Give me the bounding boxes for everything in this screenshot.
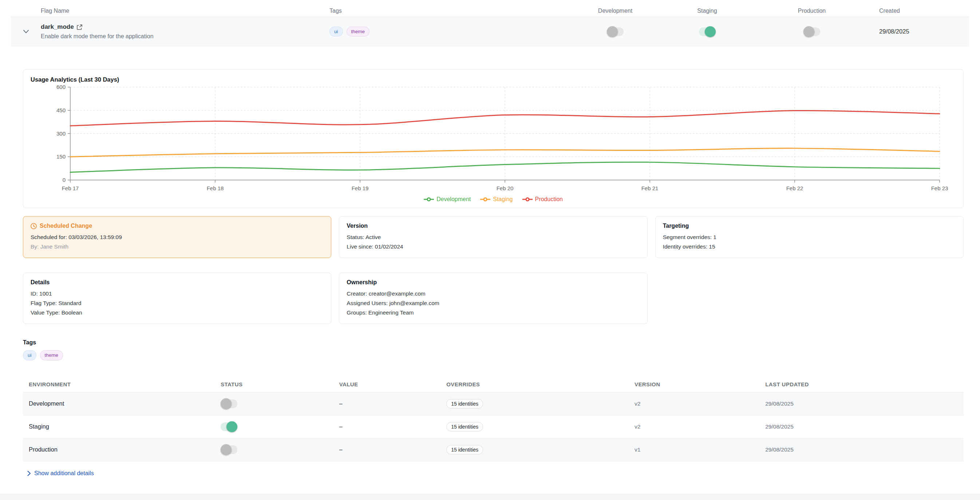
- development-toggle-cell: [577, 27, 654, 36]
- ownership-card: Ownership Creator: creator@example.com A…: [339, 273, 647, 324]
- identities-override-chip[interactable]: 15 identities: [446, 399, 483, 409]
- version-live-since: Live since: 01/02/2024: [347, 242, 640, 251]
- last-updated-cell: 29/08/2025: [765, 446, 794, 453]
- environment-name: Production: [29, 446, 57, 453]
- creator: Creator: creator@example.com: [347, 289, 640, 299]
- env-table-row: Development–15 identitiesv229/08/2025: [23, 392, 964, 415]
- svg-text:150: 150: [56, 153, 65, 160]
- version-status: Status: Active: [347, 233, 640, 242]
- external-link-icon[interactable]: [77, 24, 82, 30]
- usage-analytics-card: Usage Analytics (Last 30 Days) 015030045…: [23, 69, 964, 208]
- flag-tags-cell: ui theme: [329, 27, 577, 37]
- version-cell: v2: [635, 423, 640, 430]
- col-environment: ENVIRONMENT: [23, 376, 215, 393]
- show-additional-details-label: Show additional details: [34, 470, 94, 477]
- created-date: 29/08/2025: [863, 28, 969, 35]
- value-cell: –: [339, 423, 342, 430]
- scheduled-for-text: Scheduled for: 03/03/2026, 13:59:09: [30, 233, 324, 242]
- segment-overrides: Segment overrides: 1: [663, 233, 956, 242]
- tags-section: ui theme: [23, 350, 964, 360]
- targeting-card: Targeting Segment overrides: 1 Identity …: [655, 216, 964, 258]
- chart-title: Usage Analytics (Last 30 Days): [30, 76, 956, 83]
- svg-text:Feb 21: Feb 21: [641, 185, 659, 191]
- tag-theme: theme: [40, 350, 64, 360]
- version-card: Version Status: Active Live since: 01/02…: [339, 216, 647, 258]
- flag-name: dark_mode: [41, 23, 74, 30]
- svg-text:300: 300: [56, 131, 65, 137]
- legend-marker-icon: [522, 197, 533, 202]
- feature-flag-panel: Flag Name Tags Development Staging Produ…: [0, 0, 980, 494]
- tags-section-title: Tags: [23, 339, 964, 346]
- col-status: STATUS: [215, 376, 334, 393]
- env-table-header: ENVIRONMENT STATUS VALUE OVERRIDES VERSI…: [23, 376, 964, 393]
- legend-label: Staging: [493, 196, 512, 203]
- column-development: Development: [577, 8, 654, 14]
- scheduled-change-title: Scheduled Change: [30, 223, 324, 229]
- flag-name-cell: dark_mode Enable dark mode theme for the…: [41, 23, 329, 40]
- groups: Groups: Engineering Team: [347, 308, 640, 318]
- column-production: Production: [761, 8, 863, 14]
- value-cell: –: [339, 446, 342, 453]
- col-last-updated: LAST UPDATED: [759, 376, 964, 393]
- col-overrides: OVERRIDES: [441, 376, 629, 393]
- development-status-toggle[interactable]: [221, 399, 237, 408]
- column-created: Created: [863, 8, 969, 14]
- env-table-row: Production–15 identitiesv129/08/2025: [23, 438, 964, 461]
- last-updated-cell: 29/08/2025: [765, 423, 794, 430]
- details-title: Details: [30, 279, 324, 286]
- show-additional-details-link[interactable]: Show additional details: [23, 462, 94, 477]
- svg-text:600: 600: [56, 85, 65, 90]
- empty-card-slot: [655, 273, 964, 324]
- targeting-title: Targeting: [663, 223, 956, 229]
- assigned-users: Assigned Users: john@example.com: [347, 299, 640, 308]
- legend-item-development[interactable]: Development: [424, 196, 471, 203]
- identities-override-chip[interactable]: 15 identities: [446, 422, 483, 431]
- production-status-toggle[interactable]: [221, 445, 237, 454]
- info-cards-row-1: Scheduled Change Scheduled for: 03/03/20…: [23, 216, 964, 258]
- staging-toggle[interactable]: [699, 27, 716, 36]
- column-staging: Staging: [654, 8, 761, 14]
- toggle-knob: [607, 26, 618, 37]
- toggle-knob: [226, 421, 237, 432]
- environment-name: Development: [29, 400, 64, 407]
- staging-status-toggle[interactable]: [221, 422, 237, 431]
- ownership-title: Ownership: [347, 279, 640, 286]
- chart-legend: DevelopmentStagingProduction: [30, 196, 956, 203]
- toggle-knob: [221, 398, 232, 409]
- expand-collapse-button[interactable]: [11, 30, 41, 33]
- production-toggle[interactable]: [803, 27, 820, 36]
- svg-text:Feb 18: Feb 18: [207, 185, 224, 191]
- toggle-knob: [221, 444, 232, 455]
- development-toggle[interactable]: [607, 27, 624, 36]
- chevron-down-icon[interactable]: [23, 30, 29, 33]
- legend-label: Development: [436, 196, 471, 203]
- toggle-knob: [705, 26, 716, 37]
- legend-item-production[interactable]: Production: [522, 196, 563, 203]
- column-flag-name: Flag Name: [41, 8, 329, 14]
- col-value: VALUE: [334, 376, 441, 393]
- production-toggle-cell: [761, 27, 863, 36]
- column-tags: Tags: [329, 8, 577, 14]
- version-cell: v2: [635, 401, 640, 407]
- scheduled-change-card: Scheduled Change Scheduled for: 03/03/20…: [23, 216, 331, 258]
- svg-text:Feb 19: Feb 19: [352, 185, 369, 191]
- legend-marker-icon: [480, 197, 490, 202]
- value-cell: –: [339, 401, 342, 407]
- tag-ui: ui: [329, 27, 343, 37]
- svg-text:0: 0: [63, 177, 65, 183]
- tag-ui: ui: [23, 350, 37, 360]
- identity-overrides: Identity overrides: 15: [663, 242, 956, 251]
- identities-override-chip[interactable]: 15 identities: [446, 445, 483, 454]
- environment-name: Staging: [29, 423, 49, 430]
- env-table-row: Staging–15 identitiesv229/08/2025: [23, 415, 964, 438]
- legend-item-staging[interactable]: Staging: [480, 196, 512, 203]
- last-updated-cell: 29/08/2025: [765, 401, 794, 407]
- flag-id: ID: 1001: [30, 289, 324, 299]
- chevron-right-icon: [27, 471, 30, 476]
- svg-text:Feb 22: Feb 22: [786, 185, 803, 191]
- version-cell: v1: [635, 446, 640, 453]
- flag-row-dark-mode: dark_mode Enable dark mode theme for the…: [11, 17, 969, 46]
- svg-text:450: 450: [56, 107, 65, 113]
- flag-detail-section: Usage Analytics (Last 30 Days) 015030045…: [0, 46, 980, 477]
- staging-toggle-cell: [654, 27, 761, 36]
